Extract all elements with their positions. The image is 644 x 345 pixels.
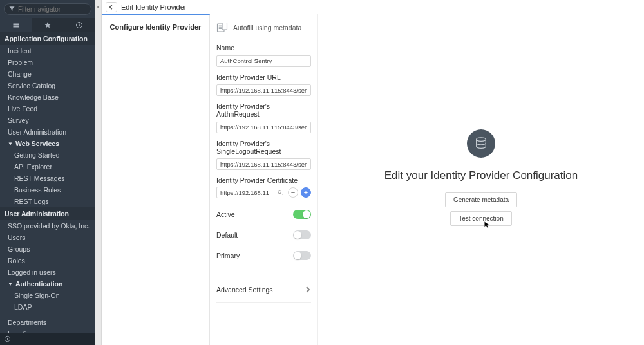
- nav-tab-favorites[interactable]: [32, 18, 63, 32]
- default-label: Default: [216, 231, 238, 239]
- idp-url-input[interactable]: [216, 84, 311, 96]
- sidebar-bottom-bar: [0, 333, 95, 345]
- nav-item-roles[interactable]: Roles: [0, 255, 95, 266]
- nav-item-business-rules[interactable]: Business Rules: [0, 184, 95, 196]
- sidebar: Application Configuration Incident Probl…: [0, 0, 95, 345]
- primary-label: Primary: [216, 252, 240, 259]
- svg-rect-1: [13, 24, 19, 26]
- nav-item-sso[interactable]: Single Sign-On: [0, 290, 95, 301]
- nav-item-logged-in-users[interactable]: Logged in users: [0, 266, 95, 278]
- edit-area-title: Edit your Identity Provider Configuratio…: [384, 169, 578, 182]
- cert-input[interactable]: [216, 187, 272, 198]
- page-title: Edit Identity Provider: [121, 3, 187, 11]
- name-input[interactable]: [216, 55, 311, 67]
- slo-input[interactable]: [216, 158, 311, 170]
- nav-sub-authentication[interactable]: ▼Authentication: [0, 278, 95, 290]
- slo-label: Identity Provider's SingleLogoutRequest: [216, 140, 311, 155]
- nav-item-service-catalog[interactable]: Service Catalog: [0, 80, 95, 91]
- svg-rect-9: [222, 23, 227, 30]
- nav-item-rest-messages[interactable]: REST Messages: [0, 172, 95, 184]
- nav-scroll[interactable]: Application Configuration Incident Probl…: [0, 32, 95, 333]
- edit-area: Edit your Identity Provider Configuratio…: [318, 14, 644, 345]
- primary-toggle[interactable]: [293, 251, 311, 260]
- svg-rect-0: [13, 23, 19, 24]
- back-button[interactable]: [106, 2, 117, 12]
- advanced-settings-row[interactable]: Advanced Settings: [216, 277, 311, 303]
- nav-item-incident[interactable]: Incident: [0, 45, 95, 57]
- svg-rect-2: [13, 26, 19, 28]
- nav-tab-all[interactable]: [0, 18, 32, 32]
- config-panel: Configure Identity Provider: [102, 14, 210, 345]
- svg-point-4: [5, 336, 10, 341]
- generate-metadata-button[interactable]: Generate metadata: [445, 192, 517, 207]
- nav-item-getting-started[interactable]: Getting Started: [0, 149, 95, 161]
- cert-remove-button[interactable]: −: [288, 187, 298, 198]
- caret-down-icon: ▼: [8, 281, 13, 287]
- test-connection-button[interactable]: Test connection: [450, 211, 512, 226]
- nav-header-user-admin[interactable]: User Administration: [0, 207, 95, 220]
- active-label: Active: [216, 210, 235, 218]
- main-header: Edit Identity Provider: [102, 0, 644, 14]
- chevron-right-icon: [305, 284, 311, 295]
- name-label: Name: [216, 44, 311, 51]
- advanced-settings-label: Advanced Settings: [216, 286, 273, 294]
- config-panel-title: Configure Identity Provider: [102, 15, 209, 39]
- nav-item-knowledge-base[interactable]: Knowledge Base: [0, 91, 95, 103]
- nav-item-groups[interactable]: Groups: [0, 243, 95, 255]
- cert-lookup-button[interactable]: [275, 187, 285, 198]
- filter-icon: [8, 5, 15, 14]
- nav-item-problem[interactable]: Problem: [0, 57, 95, 68]
- nav-item-sso-okta[interactable]: SSO provided by Okta, Inc.: [0, 220, 95, 232]
- nav-item-live-feed[interactable]: Live Feed: [0, 103, 95, 115]
- cert-add-button[interactable]: +: [301, 187, 311, 198]
- nav-item-rest-logs[interactable]: REST Logs: [0, 196, 95, 207]
- filter-navigator-input[interactable]: [18, 6, 100, 13]
- autofill-link[interactable]: Autofill using metadata: [233, 24, 301, 32]
- nav-sub-web-services[interactable]: ▼Web Services: [0, 138, 95, 149]
- nav-tab-history[interactable]: [64, 18, 95, 32]
- nav-item-change[interactable]: Change: [0, 68, 95, 80]
- svg-line-11: [281, 193, 282, 194]
- authn-input[interactable]: [216, 122, 311, 133]
- nav-item-ldap[interactable]: LDAP: [0, 301, 95, 313]
- filter-navigator-wrap[interactable]: [4, 3, 91, 15]
- idp-url-label: Identity Provider URL: [216, 73, 311, 81]
- active-toggle[interactable]: [293, 210, 311, 219]
- svg-point-10: [278, 191, 281, 194]
- caret-down-icon: ▼: [8, 141, 13, 147]
- nav-item-api-explorer[interactable]: API Explorer: [0, 161, 95, 172]
- nav-item-users[interactable]: Users: [0, 232, 95, 243]
- nav-item-departments[interactable]: Departments: [0, 317, 95, 328]
- collapse-icon[interactable]: [4, 335, 11, 344]
- collapse-gutter[interactable]: [95, 0, 102, 345]
- form-panel: Autofill using metadata Name Identity Pr…: [210, 14, 318, 345]
- cert-label: Identity Provider Certificate: [216, 176, 311, 184]
- metadata-icon: [216, 22, 228, 33]
- default-toggle[interactable]: [293, 230, 311, 239]
- nav-item-survey[interactable]: Survey: [0, 115, 95, 126]
- nav-item-user-administration-link[interactable]: User Administration: [0, 126, 95, 138]
- database-icon: [467, 129, 495, 158]
- svg-point-12: [477, 138, 486, 142]
- nav-header-app-config[interactable]: Application Configuration: [0, 32, 95, 45]
- nav-item-locations[interactable]: Locations: [0, 328, 95, 333]
- authn-label: Identity Provider's AuthnRequest: [216, 102, 311, 118]
